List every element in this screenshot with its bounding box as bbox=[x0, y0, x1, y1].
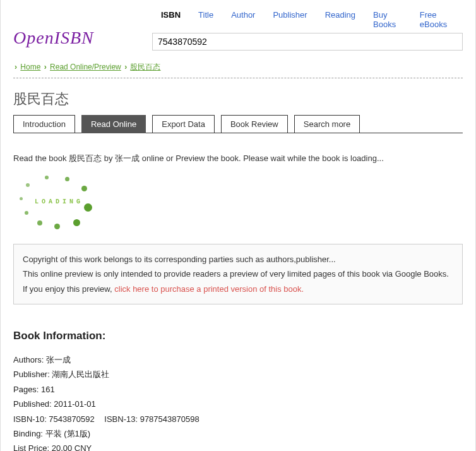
nav-reading[interactable]: Reading bbox=[316, 6, 364, 33]
site-logo[interactable]: OpenISBN bbox=[13, 28, 152, 51]
book-info-heading: Book Information: bbox=[13, 330, 463, 342]
search-input[interactable] bbox=[152, 33, 463, 51]
tab-read-online[interactable]: Read Online bbox=[81, 115, 146, 133]
book-info: Authors: 张一成 Publisher: 湖南人民出版社 Pages: 1… bbox=[13, 352, 463, 451]
authors-label: Authors: bbox=[13, 355, 46, 364]
authors-value: 张一成 bbox=[46, 355, 71, 364]
top-nav: ISBN Title Author Publisher Reading Buy … bbox=[152, 6, 463, 33]
tab-search-more[interactable]: Search more bbox=[294, 115, 360, 133]
binding-label: Binding: bbox=[13, 429, 45, 438]
nav-isbn[interactable]: ISBN bbox=[152, 6, 189, 33]
tab-bar: Introduction Read Online Export Data Boo… bbox=[13, 115, 463, 133]
isbn13-value: 9787543870598 bbox=[140, 414, 199, 424]
breadcrumb-home[interactable]: Home bbox=[20, 63, 40, 71]
publisher-label: Publisher: bbox=[13, 370, 52, 379]
binding-value: 平装 (第1版) bbox=[45, 429, 91, 438]
breadcrumb: › Home › Read Online/Preview › 股民百态 bbox=[1, 51, 475, 78]
notice-line3: If you enjoy this preview, click here to… bbox=[23, 282, 453, 296]
breadcrumb-title[interactable]: 股民百态 bbox=[130, 63, 160, 71]
loading-spinner-icon: LOADING bbox=[13, 172, 94, 232]
loading-message: Read the book 股民百态 by 张一成 online or Prev… bbox=[13, 152, 463, 165]
tab-book-review[interactable]: Book Review bbox=[221, 115, 288, 133]
isbn10-label: ISBN-10: bbox=[13, 414, 49, 424]
breadcrumb-read-online[interactable]: Read Online/Preview bbox=[50, 63, 121, 71]
nav-buy-books[interactable]: Buy Books bbox=[364, 6, 411, 33]
listprice-value: 20.00 CNY bbox=[52, 443, 92, 451]
published-label: Published: bbox=[13, 399, 54, 409]
nav-publisher[interactable]: Publisher bbox=[264, 6, 316, 33]
tab-introduction[interactable]: Introduction bbox=[13, 115, 75, 133]
chevron-right-icon: › bbox=[44, 63, 47, 71]
nav-title[interactable]: Title bbox=[189, 6, 222, 33]
page-title: 股民百态 bbox=[13, 90, 463, 109]
purchase-link[interactable]: click here to purchase a printed version… bbox=[114, 284, 304, 294]
pages-value: 161 bbox=[41, 385, 55, 394]
copyright-notice: Copyright of this work belongs to its co… bbox=[13, 244, 463, 304]
published-value: 2011-01-01 bbox=[54, 399, 96, 409]
notice-line2: This online preview is only intended to … bbox=[23, 267, 453, 281]
chevron-right-icon: › bbox=[124, 63, 127, 71]
pages-label: Pages: bbox=[13, 385, 41, 394]
isbn10-value: 7543870592 bbox=[49, 414, 94, 424]
nav-free-ebooks[interactable]: Free eBooks bbox=[411, 6, 463, 33]
nav-author[interactable]: Author bbox=[222, 6, 264, 33]
notice-line1: Copyright of this work belongs to its co… bbox=[23, 252, 453, 267]
loading-label: LOADING bbox=[35, 198, 83, 205]
isbn13-label: ISBN-13: bbox=[104, 414, 140, 424]
publisher-value: 湖南人民出版社 bbox=[52, 370, 109, 379]
chevron-right-icon: › bbox=[15, 63, 17, 71]
tab-export-data[interactable]: Export Data bbox=[152, 115, 215, 133]
listprice-label: List Price: bbox=[13, 443, 52, 451]
